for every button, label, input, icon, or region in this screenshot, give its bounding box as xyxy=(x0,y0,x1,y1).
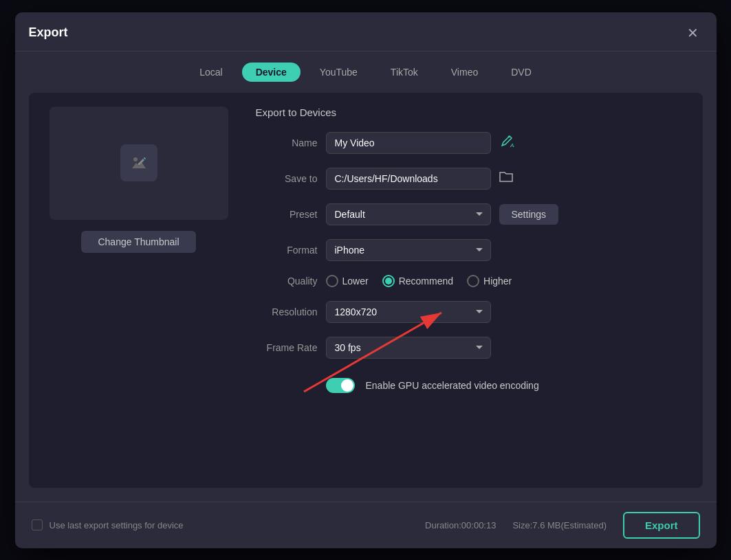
tab-tiktok[interactable]: TikTok xyxy=(377,63,432,82)
export-dialog: Export ✕ Local Device YouTube TikTok Vim… xyxy=(15,12,717,548)
ai-icon[interactable]: AI xyxy=(499,133,514,152)
radio-recommend-inner xyxy=(385,278,392,284)
quality-label: Quality xyxy=(256,276,318,287)
radio-higher-outer xyxy=(467,275,479,287)
change-thumbnail-button[interactable]: Change Thumbnail xyxy=(81,231,195,253)
gpu-row: Enable GPU accelerated video encoding xyxy=(256,378,689,393)
content-area: Change Thumbnail Export to Devices Name … xyxy=(29,93,703,488)
tab-device[interactable]: Device xyxy=(242,63,301,82)
svg-point-0 xyxy=(133,157,138,161)
name-label: Name xyxy=(256,137,318,148)
preset-select[interactable]: Default xyxy=(326,203,491,225)
export-button[interactable]: Export xyxy=(623,512,700,539)
gpu-label: Enable GPU accelerated video encoding xyxy=(366,380,539,391)
quality-lower[interactable]: Lower xyxy=(326,275,369,287)
frame-rate-select[interactable]: 30 fps xyxy=(326,337,491,359)
title-bar: Export ✕ xyxy=(15,12,717,52)
quality-recommend[interactable]: Recommend xyxy=(382,275,453,287)
quality-higher-label: Higher xyxy=(483,276,512,287)
right-panel: Export to Devices Name AI Save to xyxy=(256,107,689,474)
size-info: Size:7.6 MB(Estimated) xyxy=(512,520,607,530)
resolution-row: Resolution 1280x720 xyxy=(256,301,689,323)
dialog-title: Export xyxy=(29,25,68,40)
radio-recommend-outer xyxy=(382,275,395,287)
quality-higher[interactable]: Higher xyxy=(467,275,512,287)
quality-lower-label: Lower xyxy=(342,276,369,287)
quality-options: Lower Recommend Higher xyxy=(326,275,512,287)
left-panel: Change Thumbnail xyxy=(43,107,235,474)
frame-rate-row: Frame Rate 30 fps xyxy=(256,337,689,359)
name-input[interactable] xyxy=(326,132,491,154)
tab-local[interactable]: Local xyxy=(186,63,236,82)
resolution-label: Resolution xyxy=(256,306,318,317)
bottom-bar: Use last export settings for device Dura… xyxy=(15,502,717,548)
use-last-settings: Use last export settings for device xyxy=(32,519,184,530)
save-to-row: Save to xyxy=(256,168,689,190)
use-last-label: Use last export settings for device xyxy=(50,520,184,530)
toggle-thumb xyxy=(341,379,353,392)
duration-info: Duration:00:00:13 xyxy=(425,520,496,530)
preset-label: Preset xyxy=(256,209,318,220)
format-select[interactable]: iPhone xyxy=(326,239,491,261)
radio-lower-outer xyxy=(326,275,338,287)
section-title: Export to Devices xyxy=(256,107,689,118)
thumbnail-preview xyxy=(50,107,228,220)
tab-dvd[interactable]: DVD xyxy=(497,63,545,82)
gpu-toggle[interactable] xyxy=(326,378,355,393)
save-to-label: Save to xyxy=(256,173,318,184)
use-last-checkbox[interactable] xyxy=(32,519,43,530)
quality-recommend-label: Recommend xyxy=(399,276,453,287)
quality-row: Quality Lower Recommend Higher xyxy=(256,275,689,287)
thumbnail-icon xyxy=(120,144,157,181)
svg-text:AI: AI xyxy=(510,142,514,148)
format-row: Format iPhone xyxy=(256,239,689,261)
folder-icon[interactable] xyxy=(499,170,513,186)
format-label: Format xyxy=(256,245,318,256)
close-button[interactable]: ✕ xyxy=(684,23,703,43)
name-row: Name AI xyxy=(256,132,689,154)
preset-row: Preset Default Settings xyxy=(256,203,689,225)
frame-rate-label: Frame Rate xyxy=(256,342,318,353)
resolution-select[interactable]: 1280x720 xyxy=(326,301,491,323)
save-to-input[interactable] xyxy=(326,168,491,190)
bottom-right: Duration:00:00:13 Size:7.6 MB(Estimated)… xyxy=(425,512,699,539)
settings-button[interactable]: Settings xyxy=(499,204,559,225)
tab-vimeo[interactable]: Vimeo xyxy=(437,63,492,82)
tab-bar: Local Device YouTube TikTok Vimeo DVD xyxy=(15,52,717,93)
tab-youtube[interactable]: YouTube xyxy=(306,63,371,82)
